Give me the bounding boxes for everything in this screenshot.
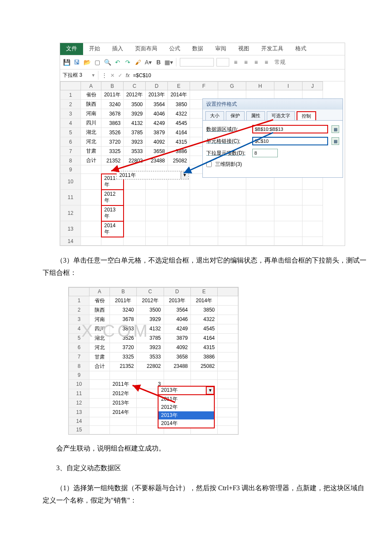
cell[interactable] [190,237,218,246]
row-header[interactable]: 3 [69,315,89,324]
cell[interactable]: 21352 [110,361,137,371]
cell[interactable]: 3240 [101,100,124,109]
combo-box-control-2[interactable]: 2013年 ▼ [158,386,214,395]
cell[interactable] [303,221,323,237]
align-left-icon[interactable]: ≡ [232,58,239,66]
row-header[interactable]: 6 [69,343,89,352]
formula-bar[interactable]: ⋮ ✕ ✓ fx =$C$10 [98,72,155,78]
cell[interactable]: 4545 [168,119,190,128]
cell[interactable] [89,425,110,434]
combo-option[interactable]: 2012年 [159,403,214,411]
combo-option[interactable]: 2011年 [159,395,214,403]
chevron-down-icon[interactable]: ▼ [206,387,214,394]
row-header[interactable]: 1 [69,296,89,305]
cell[interactable]: 2012年 [110,389,137,398]
border-icon[interactable]: ▦▾ [165,58,173,66]
row-header[interactable]: 11 [61,190,81,205]
dialog-tab-size[interactable]: 大小 [205,111,224,120]
cell[interactable]: 3720 [101,137,124,147]
cell[interactable]: 25082 [190,361,217,371]
cell[interactable]: 3850 [190,305,217,315]
cell[interactable] [146,237,168,246]
cell[interactable]: 3533 [137,352,164,361]
align-justify-icon[interactable]: ≡ [262,58,270,66]
col-header[interactable]: D [164,287,190,296]
cell[interactable]: 25082 [168,156,190,165]
align-center-icon[interactable]: ≡ [242,58,250,66]
cell[interactable]: 4132 [124,119,146,128]
cell[interactable] [246,190,274,205]
cell[interactable]: 2013年 [164,296,190,305]
dialog-tab-protect[interactable]: 保护 [226,111,245,120]
dialog-tab-control[interactable]: 控制 [297,111,316,120]
cell[interactable] [168,237,190,246]
cell[interactable]: 4322 [168,109,190,119]
row-header[interactable]: 15 [69,425,89,434]
cell[interactable] [246,237,274,246]
row-header[interactable]: 14 [61,237,81,246]
save-as-icon[interactable]: 🖫 [73,58,81,66]
cell[interactable]: 3325 [101,147,124,156]
range-picker-icon[interactable]: ▦ [331,137,339,145]
cell[interactable] [89,398,110,408]
cell[interactable]: 合计 [89,361,110,371]
cell[interactable] [190,190,218,205]
range-picker-icon[interactable]: ▦ [331,125,339,133]
ribbon-tab-view[interactable]: 视图 [232,43,255,55]
cell[interactable]: 2014年 [190,296,217,305]
row-header[interactable]: 8 [61,156,81,165]
number-format-label[interactable]: 常规 [273,58,285,66]
cell[interactable] [124,205,146,221]
cell[interactable]: 22802 [124,156,146,165]
ribbon-tab-insert[interactable]: 插入 [106,43,129,55]
ribbon-tab-file[interactable]: 文件 [60,43,83,55]
cell[interactable]: 3863 [101,119,124,128]
cell[interactable]: 4249 [164,324,190,333]
cell[interactable] [89,417,110,425]
cell[interactable]: 3658 [164,352,190,361]
cell[interactable] [146,205,168,221]
cell[interactable]: 河南 [81,109,101,119]
cell[interactable]: 3785 [124,128,146,137]
cell[interactable]: 陕西 [89,305,110,315]
row-header[interactable]: 14 [69,417,89,425]
drop-count-input[interactable]: 8 [252,149,278,157]
cell[interactable]: 22802 [137,361,164,371]
cell[interactable] [89,379,110,389]
combo-option-selected[interactable]: 2013年 [159,411,214,419]
cell[interactable]: 3325 [110,352,137,361]
cell[interactable]: 4249 [146,119,168,128]
row-header[interactable]: 5 [61,128,81,137]
dialog-tab-props[interactable]: 属性 [246,111,265,120]
cell[interactable] [81,165,101,174]
cell[interactable] [218,205,246,221]
cell[interactable]: 2013年 [146,90,168,100]
ribbon-tab-layout[interactable]: 页面布局 [129,43,163,55]
cell[interactable]: 3879 [164,333,190,343]
cell[interactable]: 2013年 [101,205,124,221]
col-header[interactable]: I [274,82,303,90]
cell[interactable] [218,221,246,237]
cell[interactable]: 23488 [164,361,190,371]
cell[interactable]: 3533 [124,147,146,156]
src-range-input[interactable]: $B$10:$B$13 [252,125,328,133]
col-header[interactable]: E [190,287,217,296]
cell[interactable]: 4092 [146,137,168,147]
paint-icon[interactable]: 🖌 [134,58,142,66]
cell[interactable] [218,237,246,246]
font-size-select[interactable] [216,58,229,66]
col-header[interactable]: B [101,82,124,90]
cell[interactable]: 3678 [110,315,137,324]
bold-icon[interactable]: B [155,58,162,66]
cell[interactable]: 3886 [168,147,190,156]
cell[interactable]: 2012年 [137,296,164,305]
cell[interactable]: 4132 [137,324,164,333]
cell[interactable]: 3678 [101,109,124,119]
cell[interactable] [274,221,303,237]
col-header[interactable]: D [146,82,168,90]
save-icon[interactable]: 💾 [63,58,70,66]
cell[interactable] [190,205,218,221]
cell[interactable]: 3720 [110,343,137,352]
cell[interactable]: 3785 [137,333,164,343]
row-header[interactable]: 6 [61,137,81,147]
